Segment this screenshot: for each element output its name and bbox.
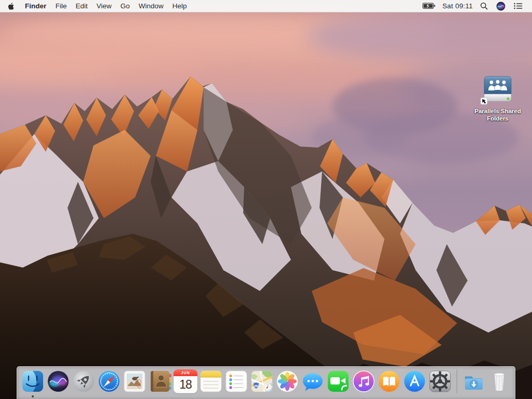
active-app-menu[interactable]: Finder bbox=[20, 2, 51, 10]
dock-item-mail[interactable] bbox=[123, 369, 147, 393]
menu-view[interactable]: View bbox=[92, 0, 116, 12]
photos-icon bbox=[275, 369, 299, 393]
dock-item-photos[interactable] bbox=[275, 369, 299, 393]
maps-icon: 280 30 bbox=[250, 369, 274, 393]
siri-icon bbox=[496, 2, 506, 11]
menu-edit[interactable]: Edit bbox=[71, 0, 92, 12]
messages-icon bbox=[301, 369, 325, 393]
dock-item-itunes[interactable] bbox=[352, 369, 376, 393]
app-store-icon bbox=[403, 369, 427, 393]
battery-charging-icon bbox=[422, 3, 436, 9]
mail-icon bbox=[123, 369, 147, 393]
dock-item-siri[interactable] bbox=[46, 369, 70, 393]
itunes-icon bbox=[352, 369, 376, 393]
system-preferences-icon bbox=[428, 369, 452, 393]
dock-item-facetime[interactable] bbox=[326, 369, 350, 393]
launchpad-icon bbox=[72, 369, 96, 393]
spotlight-button[interactable] bbox=[476, 0, 492, 12]
drive-led bbox=[507, 98, 510, 100]
dock-item-notes[interactable] bbox=[199, 369, 223, 393]
reminders-icon bbox=[224, 369, 248, 393]
notes-icon bbox=[199, 369, 223, 393]
siri-button[interactable] bbox=[492, 0, 510, 12]
facetime-icon bbox=[326, 369, 350, 393]
dock-item-ibooks[interactable] bbox=[377, 369, 401, 393]
safari-icon bbox=[97, 369, 121, 393]
apple-menu[interactable] bbox=[0, 0, 20, 12]
dock-item-trash[interactable] bbox=[487, 369, 511, 393]
spotlight-search-icon bbox=[480, 2, 488, 10]
menu-clock[interactable]: Sat 09:11 bbox=[440, 2, 476, 10]
dock-divider bbox=[457, 369, 457, 393]
dock: JUN 18 bbox=[17, 366, 515, 399]
menu-file[interactable]: File bbox=[51, 0, 71, 12]
dock-item-app-store[interactable] bbox=[403, 369, 427, 393]
siri-dock-icon bbox=[46, 369, 70, 393]
battery-status[interactable] bbox=[418, 0, 440, 12]
downloads-folder-icon bbox=[462, 369, 486, 393]
running-indicator-finder bbox=[32, 395, 34, 397]
desktop-icon-label: Parallels Shared Folders bbox=[465, 108, 530, 123]
trash-icon bbox=[487, 369, 511, 393]
menu-bar: Finder File Edit View Go Window Help Sat… bbox=[0, 0, 532, 12]
shared-drive-icon bbox=[480, 76, 515, 106]
finder-icon bbox=[21, 369, 45, 393]
dock-item-finder[interactable] bbox=[21, 369, 45, 393]
menu-help[interactable]: Help bbox=[168, 0, 191, 12]
wallpaper-sierra-mountain bbox=[0, 0, 532, 399]
dock-item-reminders[interactable] bbox=[224, 369, 248, 393]
menu-go[interactable]: Go bbox=[116, 0, 134, 12]
dock-item-system-preferences[interactable] bbox=[428, 369, 452, 393]
calendar-month: JUN bbox=[174, 369, 197, 376]
dock-item-calendar[interactable]: JUN 18 bbox=[174, 369, 197, 393]
dock-item-launchpad[interactable] bbox=[72, 369, 96, 393]
ibooks-icon bbox=[377, 369, 401, 393]
apple-icon bbox=[7, 2, 15, 10]
desktop: Finder File Edit View Go Window Help Sat… bbox=[0, 0, 532, 399]
dock-item-messages[interactable] bbox=[301, 369, 325, 393]
menu-window[interactable]: Window bbox=[134, 0, 168, 12]
calendar-day: 18 bbox=[174, 376, 197, 393]
notification-center-button[interactable] bbox=[510, 0, 527, 12]
alias-arrow-badge bbox=[481, 98, 487, 104]
dock-item-maps[interactable]: 280 30 bbox=[250, 369, 274, 393]
notification-center-icon bbox=[514, 3, 523, 9]
dock-item-safari[interactable] bbox=[97, 369, 121, 393]
maps-compass-label: 30 bbox=[267, 384, 269, 387]
desktop-icon-parallels-shared-folders[interactable]: Parallels Shared Folders bbox=[465, 76, 530, 123]
dock-item-downloads[interactable] bbox=[462, 369, 486, 393]
calendar-icon: JUN 18 bbox=[174, 369, 197, 393]
contacts-icon bbox=[148, 369, 172, 393]
dock-item-contacts[interactable] bbox=[148, 369, 172, 393]
maps-shield-label: 280 bbox=[254, 385, 258, 388]
